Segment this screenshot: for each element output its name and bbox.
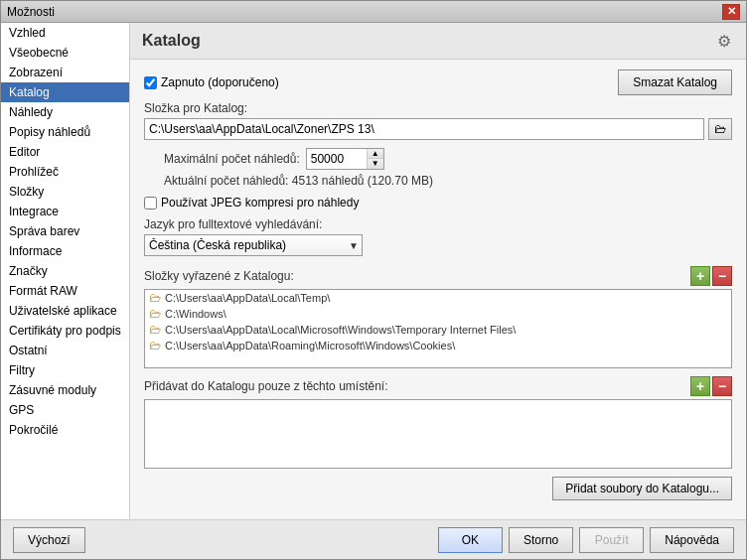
title-bar: Možnosti ✕ [1,1,746,23]
sidebar-item-správa-barev[interactable]: Správa barev [1,221,129,241]
folder-icon: 🗁 [149,323,161,337]
sidebar-item-popisy-náhledů[interactable]: Popisy náhledů [1,122,129,142]
add-only-label: Přidávat do Katalogu pouze z těchto umís… [144,379,387,393]
list-item-text: C:\Users\aa\AppData\Local\Temp\ [165,292,330,304]
sidebar-item-ostatní[interactable]: Ostatní [1,341,129,360]
main-window: Možnosti ✕ VzhledVšeobecnéZobrazeníKatal… [0,0,747,560]
add-only-header-row: Přidávat do Katalogu pouze z těchto umís… [144,376,732,396]
spinner-down-button[interactable]: ▼ [368,159,383,169]
sidebar-item-prohlížeč[interactable]: Prohlížeč [1,162,129,182]
max-nahledy-label: Maximální počet náhledů: [164,152,300,166]
actual-value: 4513 náhledů (120.70 MB) [292,174,433,188]
spinner-up-button[interactable]: ▲ [368,149,383,159]
smazat-katalog-button[interactable]: Smazat Katalog [618,70,732,95]
excluded-add-button[interactable]: + [690,266,710,286]
add-only-remove-button[interactable]: − [712,376,732,396]
close-button[interactable]: ✕ [722,4,740,20]
excluded-header-row: Složky vyřazené z Katalogu: + − [144,266,732,286]
page-title: Katalog [142,32,201,50]
add-files-button[interactable]: Přidat soubory do Katalogu... [552,477,732,500]
list-item[interactable]: 🗁C:\Windows\ [145,306,731,322]
zapnuto-text: Zapnuto (doporučeno) [161,75,279,89]
folder-icon: 🗁 [149,339,161,352]
main-panel: Katalog ⚙ Zapnuto (doporučeno) Smazat Ka… [130,23,746,519]
jpeg-label[interactable]: Používat JPEG kompresi pro náhledy [161,196,359,210]
max-nahledy-row: Maximální počet náhledů: ▲ ▼ [164,148,732,170]
add-only-list [144,399,732,469]
excluded-list: 🗁C:\Users\aa\AppData\Local\Temp\🗁C:\Wind… [144,289,732,368]
spinner-buttons: ▲ ▼ [367,149,383,169]
list-item-text: C:\Users\aa\AppData\Roaming\Microsoft\Wi… [165,340,455,351]
sidebar-item-informace[interactable]: Informace [1,241,129,261]
folder-browse-icon: 🗁 [714,122,726,136]
sidebar-item-složky[interactable]: Složky [1,182,129,202]
window-title: Možnosti [7,5,55,19]
lang-select-row: Čeština (Česká republika)English (United… [144,234,732,256]
folder-path-input[interactable] [144,118,704,140]
bottom-left: Výchozí [13,527,85,553]
sidebar-item-zásuvné-moduly[interactable]: Zásuvné moduly [1,380,129,400]
jpeg-row: Používat JPEG kompresi pro náhledy [144,196,732,210]
list-item-text: C:\Users\aa\AppData\Local\Microsoft\Wind… [165,324,516,336]
lang-select-wrapper: Čeština (Česká republika)English (United… [144,234,363,256]
sidebar: VzhledVšeobecnéZobrazeníKatalogNáhledyPo… [1,23,130,519]
list-item[interactable]: 🗁C:\Users\aa\AppData\Local\Microsoft\Win… [145,322,731,338]
add-only-section: Přidávat do Katalogu pouze z těchto umís… [144,376,732,469]
gear-icon[interactable]: ⚙ [714,31,734,51]
sidebar-item-integrace[interactable]: Integrace [1,202,129,221]
bottom-bar: Výchozí OK Storno Použít Nápověda [1,519,746,559]
sidebar-item-pokročilé[interactable]: Pokročilé [1,420,129,440]
browse-folder-button[interactable]: 🗁 [708,118,732,140]
slozka-label: Složka pro Katalog: [144,101,732,115]
sidebar-item-filtry[interactable]: Filtry [1,360,129,380]
zapnuto-checkbox[interactable] [144,76,157,89]
help-button[interactable]: Nápověda [650,527,734,553]
sidebar-item-náhledy[interactable]: Náhledy [1,102,129,122]
sidebar-item-zobrazení[interactable]: Zobrazení [1,63,129,82]
actual-count-row: Aktuální počet náhledů: 4513 náhledů (12… [164,174,732,188]
zapnuto-row: Zapnuto (doporučeno) Smazat Katalog [144,70,732,95]
excluded-remove-button[interactable]: − [712,266,732,286]
sidebar-item-gps[interactable]: GPS [1,400,129,420]
lang-select[interactable]: Čeština (Česká republika)English (United… [144,234,363,256]
excluded-section: Složky vyřazené z Katalogu: + − 🗁C:\User… [144,266,732,368]
zapnuto-label[interactable]: Zapnuto (doporučeno) [144,75,279,89]
sidebar-item-uživatelské-aplikace[interactable]: Uživatelské aplikace [1,301,129,321]
sidebar-item-formát-raw[interactable]: Formát RAW [1,281,129,301]
main-body: Zapnuto (doporučeno) Smazat Katalog Slož… [130,60,746,519]
max-nahledy-spinner: ▲ ▼ [306,148,384,170]
sidebar-item-vzhled[interactable]: Vzhled [1,23,129,43]
content-area: VzhledVšeobecnéZobrazeníKatalogNáhledyPo… [1,23,746,519]
ok-button[interactable]: OK [438,527,503,553]
sidebar-item-katalog[interactable]: Katalog [1,82,129,102]
jpeg-checkbox[interactable] [144,197,157,210]
folder-icon: 🗁 [149,291,161,305]
main-header: Katalog ⚙ [130,23,746,60]
excluded-label: Složky vyřazené z Katalogu: [144,269,294,283]
list-item-text: C:\Windows\ [165,308,226,320]
sidebar-item-certifikáty-pro-podpis[interactable]: Certifikáty pro podpis [1,321,129,341]
actual-label: Aktuální počet náhledů: [164,174,288,188]
excluded-add-remove-btns: + − [690,266,732,286]
add-only-add-remove-btns: + − [690,376,732,396]
add-only-add-button[interactable]: + [690,376,710,396]
sidebar-item-editor[interactable]: Editor [1,142,129,162]
cancel-button[interactable]: Storno [509,527,573,553]
default-button[interactable]: Výchozí [13,527,85,553]
add-files-row: Přidat soubory do Katalogu... [144,477,732,500]
lang-label: Jazyk pro fulltextové vyhledávání: [144,217,732,231]
folder-input-row: 🗁 [144,118,732,140]
folder-icon: 🗁 [149,307,161,321]
bottom-right: OK Storno Použít Nápověda [438,527,734,553]
sidebar-item-všeobecné[interactable]: Všeobecné [1,43,129,63]
max-nahledy-input[interactable] [307,149,367,169]
list-item[interactable]: 🗁C:\Users\aa\AppData\Roaming\Microsoft\W… [145,338,731,353]
apply-button[interactable]: Použít [579,527,644,553]
list-item[interactable]: 🗁C:\Users\aa\AppData\Local\Temp\ [145,290,731,306]
sidebar-item-značky[interactable]: Značky [1,261,129,281]
